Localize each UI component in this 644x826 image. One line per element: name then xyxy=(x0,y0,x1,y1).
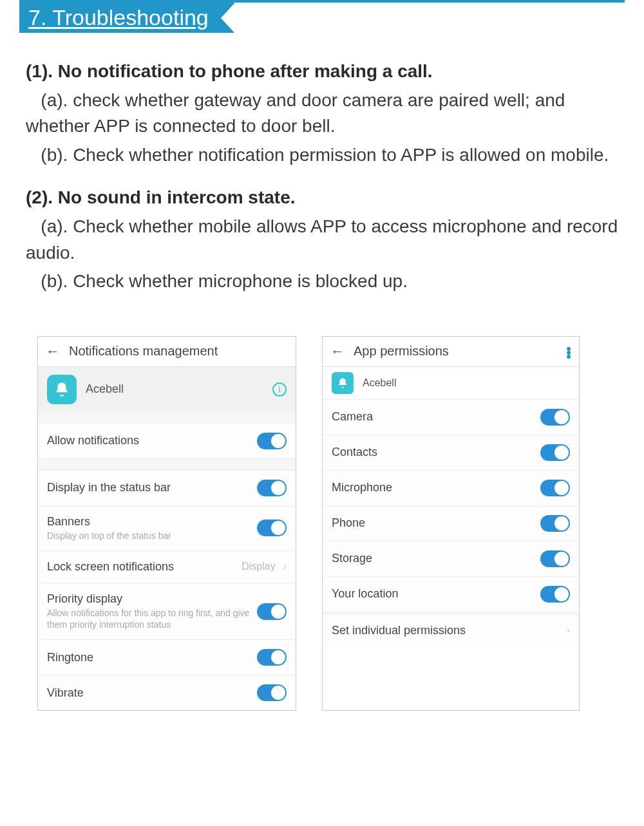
screen-title: App permissions xyxy=(354,344,557,359)
app-name: Acebell xyxy=(86,382,263,396)
row-microphone[interactable]: Microphone xyxy=(323,471,579,506)
section-title-ribbon: 7. Troubleshooting xyxy=(19,3,234,33)
toggle[interactable] xyxy=(540,515,570,532)
row-status-bar[interactable]: Display in the status bar xyxy=(38,471,296,506)
toggle[interactable] xyxy=(540,409,570,426)
row-lock-screen[interactable]: Lock screen notifications Display › xyxy=(38,551,296,583)
toggle[interactable] xyxy=(257,520,287,536)
row-location[interactable]: Your location xyxy=(323,577,579,612)
row-contacts[interactable]: Contacts xyxy=(323,435,579,471)
toggle[interactable] xyxy=(540,550,570,567)
row-camera[interactable]: Camera xyxy=(323,400,579,435)
row-priority-display[interactable]: Priority display Allow notifications for… xyxy=(38,583,296,640)
row-vibrate[interactable]: Vibrate xyxy=(38,675,296,710)
label-banners-sub: Display on top of the status bar xyxy=(47,530,251,541)
q2-b: (b). Check whether microphone is blocked… xyxy=(26,268,620,295)
row-ringtone[interactable]: Ringtone xyxy=(38,640,296,675)
toggle[interactable] xyxy=(257,480,287,496)
toggle[interactable] xyxy=(257,433,287,449)
row-storage[interactable]: Storage xyxy=(323,541,579,577)
toggle[interactable] xyxy=(257,684,287,701)
label-priority: Priority display xyxy=(47,592,251,606)
label-contacts: Contacts xyxy=(332,446,534,459)
q1-title: (1). No notification to phone after maki… xyxy=(26,59,620,85)
label-ringtone: Ringtone xyxy=(47,651,251,664)
screenshot-notifications: ← Notifications management Acebell i All… xyxy=(37,336,296,711)
app-icon xyxy=(332,372,354,394)
back-icon[interactable]: ← xyxy=(46,343,60,360)
label-vibrate: Vibrate xyxy=(47,686,251,700)
troubleshooting-text: (1). No notification to phone after maki… xyxy=(0,33,644,310)
lock-screen-value: Display xyxy=(242,561,275,572)
label-lock-screen: Lock screen notifications xyxy=(47,560,235,574)
app-name: Acebell xyxy=(363,377,570,389)
label-phone: Phone xyxy=(332,516,534,530)
label-location: Your location xyxy=(332,587,534,601)
toggle[interactable] xyxy=(257,649,287,666)
row-phone[interactable]: Phone xyxy=(323,506,579,541)
row-banners[interactable]: Banners Display on top of the status bar xyxy=(38,506,296,551)
label-priority-sub: Allow notifications for this app to ring… xyxy=(47,607,251,630)
row-set-individual[interactable]: Set individual permissions › xyxy=(323,615,579,646)
label-status-bar: Display in the status bar xyxy=(47,481,251,494)
label-banners: Banners xyxy=(47,515,251,529)
back-icon[interactable]: ← xyxy=(330,343,345,360)
chevron-right-icon: › xyxy=(283,561,287,572)
screen-title: Notifications management xyxy=(69,344,288,359)
toggle[interactable] xyxy=(257,603,287,620)
label-allow-notifications: Allow notifications xyxy=(47,434,251,447)
label-camera: Camera xyxy=(332,410,534,424)
screenshot-permissions: ← App permissions ••• Acebell Camera Con… xyxy=(322,336,580,711)
q2-title: (2). No sound in intercom state. xyxy=(26,185,620,211)
row-allow-notifications[interactable]: Allow notifications xyxy=(38,424,296,459)
q1-a: (a). check whether gateway and door came… xyxy=(26,88,620,140)
label-set-individual: Set individual permissions xyxy=(332,624,559,637)
info-icon[interactable]: i xyxy=(272,382,287,397)
toggle[interactable] xyxy=(540,444,570,461)
app-icon xyxy=(47,375,77,404)
q1-b: (b). Check whether notification permissi… xyxy=(26,142,620,169)
chevron-right-icon: › xyxy=(567,624,570,636)
label-microphone: Microphone xyxy=(332,481,534,494)
toggle[interactable] xyxy=(540,586,570,603)
kebab-menu-icon[interactable]: ••• xyxy=(566,346,571,357)
q2-a: (a). Check whether mobile allows APP to … xyxy=(26,214,620,266)
toggle[interactable] xyxy=(540,480,570,496)
label-storage: Storage xyxy=(332,552,534,565)
